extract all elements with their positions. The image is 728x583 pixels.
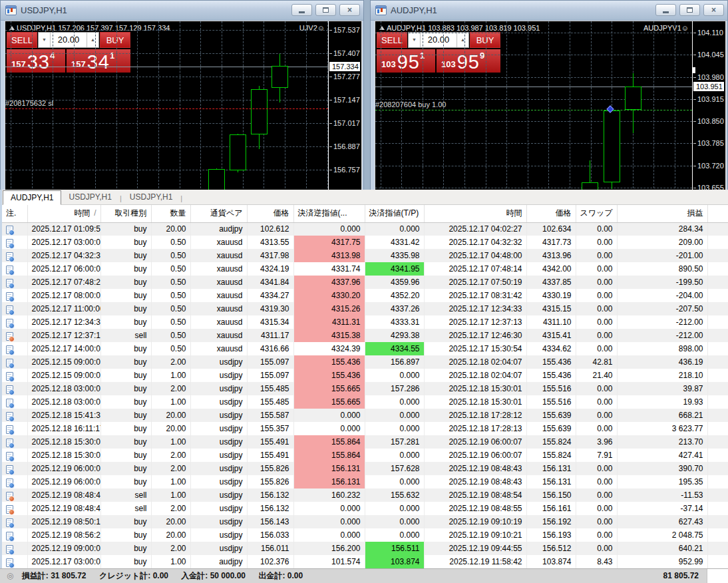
cell-open_price: 156.132 <box>247 502 293 515</box>
volume-stepper[interactable]: ▼ 20.00 ▲ <box>408 32 469 48</box>
table-row[interactable]: 2025.12.17 01:09:51buy20.00audjpy102.612… <box>2 222 728 236</box>
sell-button[interactable]: SELL <box>377 32 407 48</box>
column-header-sl[interactable]: 決済逆指値(... <box>293 205 365 222</box>
table-row[interactable]: 2025.12.17 03:00:01buy1.00audjpy102.3761… <box>2 555 728 568</box>
cell-open_time: 2025.12.18 15:30:01 <box>27 435 100 449</box>
table-row[interactable]: 2025.12.19 06:00:08buy2.00usdjpy155.8261… <box>2 462 728 475</box>
scale-label: 157.537 <box>333 26 360 34</box>
column-header-type[interactable]: 取引種別 <box>100 205 151 222</box>
cell-tp: 155.632 <box>365 488 424 502</box>
cell-swap: 0.00 <box>576 342 617 355</box>
table-row[interactable]: 2025.12.17 14:00:00buy0.50xauusd4316.664… <box>2 342 728 355</box>
volume-stepper[interactable]: ▼ 20.00 ▲ <box>38 32 99 48</box>
minimize-button[interactable] <box>291 4 312 16</box>
table-row[interactable]: 2025.12.18 03:00:01buy2.00usdjpy155.4851… <box>2 382 728 395</box>
column-header-close_time[interactable]: 時間 <box>424 205 526 222</box>
restore-button[interactable] <box>315 4 336 16</box>
volume-down-icon[interactable]: ▼ <box>39 33 51 47</box>
volume-value[interactable]: 20.00 <box>421 33 456 47</box>
cell-profit: -207.50 <box>617 302 707 315</box>
column-header-symbol[interactable]: 通貨ペア <box>190 205 247 222</box>
table-row[interactable]: 2025.12.19 08:48:43sell2.00usdjpy156.132… <box>2 502 728 515</box>
column-header-open_time[interactable]: 時間/ <box>27 205 100 222</box>
table-row[interactable]: 2025.12.17 08:00:01buy0.50xauusd4334.274… <box>2 289 728 302</box>
cell-filler <box>707 435 728 449</box>
gridline-horizontal <box>375 166 692 166</box>
buy-order-icon <box>6 266 13 274</box>
chart-plot-audjpy[interactable]: AUDJPY,H1 103.883 103.987 103.819 103.95… <box>375 21 692 190</box>
titlebar-usdjpy[interactable]: USDJPY,H1 × <box>1 1 363 21</box>
titlebar-audjpy[interactable]: AUDJPY,H1 × <box>371 1 727 21</box>
table-row[interactable]: 2025.12.15 09:00:00buy1.00usdjpy155.0971… <box>2 369 728 382</box>
column-header-volume[interactable]: 数量 <box>151 205 190 222</box>
table-row[interactable]: 2025.12.19 08:48:43sell1.00usdjpy156.132… <box>2 488 728 502</box>
gridline-vertical <box>306 21 307 190</box>
volume-up-icon[interactable]: ▲ <box>87 33 98 47</box>
column-header-note[interactable]: 注. <box>2 205 27 222</box>
column-header-close_price[interactable]: 価格 <box>526 205 576 222</box>
tab-AUDJPY,H1[interactable]: AUDJPY,H1 <box>3 190 61 205</box>
table-row[interactable]: 2025.12.19 08:56:25buy20.00usdjpy156.033… <box>2 528 728 542</box>
price-scale-usdjpy[interactable]: 157.537157.407157.277157.147157.017156.8… <box>328 21 361 190</box>
tab-USDJPY,H1[interactable]: USDJPY,H1 <box>122 190 180 204</box>
column-header-open_price[interactable]: 価格 <box>247 205 293 222</box>
cell-type: sell <box>100 488 151 502</box>
table-row[interactable]: 2025.12.17 12:37:14sell0.50xauusd4311.17… <box>2 329 728 342</box>
table-row[interactable]: 2025.12.17 04:32:32buy0.50xauusd4317.984… <box>2 249 728 262</box>
column-header-profit[interactable]: 損益 <box>617 205 707 222</box>
cell-open_price: 156.143 <box>247 515 293 528</box>
cell-open_price: 4324.19 <box>247 262 293 276</box>
ask-price-display[interactable]: 103 95 9 <box>437 49 500 73</box>
table-row[interactable]: 2025.12.17 12:34:33buy0.50xauusd4315.344… <box>2 315 728 329</box>
restore-button[interactable] <box>679 4 700 16</box>
minimize-button[interactable] <box>655 4 676 16</box>
table-row[interactable]: 2025.12.17 03:00:00buy0.50xauusd4313.554… <box>2 236 728 249</box>
volume-up-icon[interactable]: ▲ <box>456 33 468 47</box>
table-row[interactable]: 2025.12.17 06:00:00buy0.50xauusd4324.194… <box>2 262 728 276</box>
cell-close_price: 155.824 <box>526 449 576 462</box>
table-row[interactable]: 2025.12.18 15:30:01buy2.00usdjpy155.4911… <box>2 449 728 462</box>
cell-open_time: 2025.12.17 03:00:00 <box>27 236 100 249</box>
buy-order-icon <box>6 518 13 527</box>
table-row[interactable]: 2025.12.15 09:00:00buy2.00usdjpy155.0971… <box>2 355 728 369</box>
gridline-horizontal <box>375 33 692 33</box>
scale-label: 157.407 <box>333 49 360 57</box>
cell-open_time: 2025.12.15 09:00:00 <box>27 369 100 382</box>
close-button[interactable]: × <box>703 4 724 16</box>
cell-filler <box>707 315 728 329</box>
table-row[interactable]: 2025.12.19 06:00:08buy1.00usdjpy155.8261… <box>2 475 728 488</box>
table-row[interactable]: 2025.12.18 15:41:37buy20.00usdjpy155.587… <box>2 409 728 422</box>
mdi-area: USDJPY,H1 × USDJPY,H1 157.206 157.397 15… <box>0 0 728 190</box>
cell-close_price: 155.639 <box>526 422 576 435</box>
chart-plot-usdjpy[interactable]: USDJPY,H1 157.206 157.397 157.129 157.33… <box>5 21 328 190</box>
cell-open_price: 155.826 <box>247 462 293 475</box>
table-row[interactable]: 2025.12.19 08:50:16buy20.00usdjpy156.143… <box>2 515 728 528</box>
cell-filler <box>707 395 728 409</box>
cell-close_price: 156.150 <box>526 488 576 502</box>
order-line <box>5 108 328 109</box>
buy-order-icon <box>6 305 13 314</box>
column-header-swap[interactable]: スワップ <box>576 205 617 222</box>
cell-close_price: 155.436 <box>526 369 576 382</box>
cell-profit: 39.87 <box>617 382 707 395</box>
table-row[interactable]: 2025.12.19 09:00:00buy2.00usdjpy156.0111… <box>2 542 728 555</box>
cell-close_price: 4342.00 <box>526 262 576 276</box>
tab-USDJPY,H1[interactable]: USDJPY,H1 <box>61 190 118 204</box>
column-header-tp[interactable]: 決済指値(T/P) <box>365 205 424 222</box>
table-row[interactable]: 2025.12.17 07:48:25buy0.50xauusd4341.844… <box>2 276 728 289</box>
ea-badge: AUDJPYV1☺ <box>643 24 689 32</box>
sell-order-icon <box>6 505 13 514</box>
price-scale-audjpy[interactable]: 104.110104.045103.980103.915103.850103.7… <box>692 21 725 190</box>
buy-button[interactable]: BUY <box>100 32 130 48</box>
cell-symbol: xauusd <box>190 315 247 329</box>
volume-down-icon[interactable]: ▼ <box>409 33 421 47</box>
close-button[interactable]: × <box>339 4 360 16</box>
table-row[interactable]: 2025.12.18 15:30:01buy1.00usdjpy155.4911… <box>2 435 728 449</box>
volume-value[interactable]: 20.00 <box>51 33 87 47</box>
table-row[interactable]: 2025.12.17 11:00:00buy0.50xauusd4319.304… <box>2 302 728 315</box>
table-row[interactable]: 2025.12.18 16:11:17buy20.00usdjpy155.357… <box>2 422 728 435</box>
bid-price-display[interactable]: 103 95 1 <box>377 49 435 73</box>
cell-tp: 4337.26 <box>365 302 424 315</box>
table-row[interactable]: 2025.12.18 03:00:01buy1.00usdjpy155.4851… <box>2 395 728 409</box>
cell-profit: -201.00 <box>617 249 707 262</box>
